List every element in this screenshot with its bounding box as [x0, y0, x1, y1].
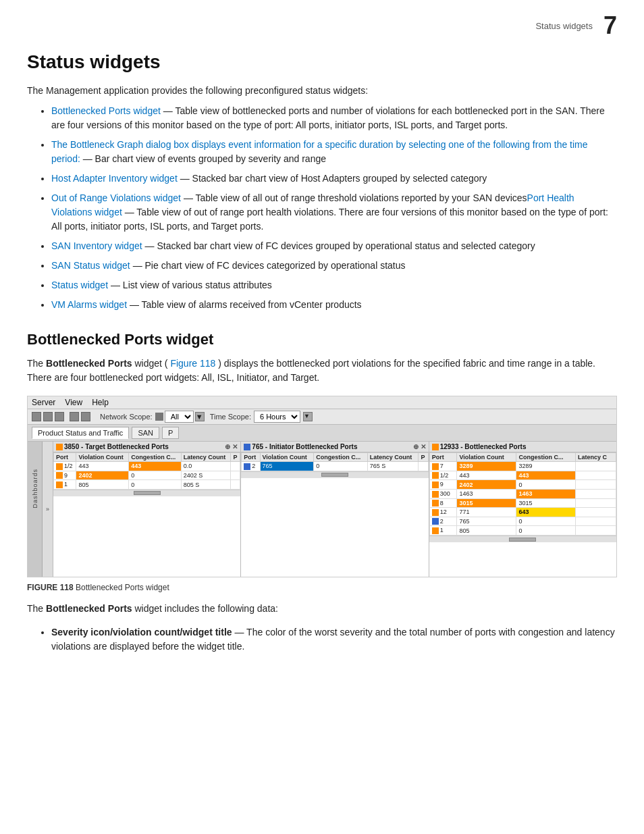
fig-content: Dashboards » 3850 - Target Bottlenecked …: [28, 442, 616, 577]
panel-3-title: 12933 - Bottlenecked Ports: [440, 443, 527, 450]
panel-1-severity-icon: [56, 444, 63, 450]
panel-3-table: Port Violation Count Congestion C... Lat…: [429, 452, 616, 536]
host-adapter-link[interactable]: Host Adapter Inventory widget: [51, 173, 178, 184]
table-row[interactable]: 9 2402 0: [429, 480, 616, 490]
pin-icon[interactable]: ⊕: [413, 443, 419, 450]
toolbar-icon-save[interactable]: [55, 412, 64, 421]
fig-sidebar: Dashboards: [28, 442, 43, 577]
bottom-bullet-list: Severity icon/violation count/widget tit…: [27, 625, 617, 654]
tab-product-status[interactable]: Product Status and Traffic: [32, 427, 129, 439]
figure-caption: FIGURE 118 Bottlenecked Ports widget: [27, 583, 617, 592]
vm-alarms-link[interactable]: VM Alarms widget: [51, 299, 127, 310]
table-row[interactable]: 1/2 443 443: [429, 471, 616, 480]
panel-3-severity-icon: [432, 444, 439, 450]
section-intro: The Bottlenecked Ports widget ( Figure 1…: [27, 357, 617, 385]
collapse-panel[interactable]: »: [43, 442, 53, 577]
col-congestion: Congestion C...: [129, 453, 181, 462]
col-violation: Violation Count: [457, 453, 516, 462]
row-icon: [432, 518, 439, 525]
panel-2-title: 765 - Initiator Bottlenecked Ports: [252, 443, 357, 450]
col-congestion: Congestion C...: [516, 453, 576, 462]
network-scope-select[interactable]: All: [165, 411, 194, 423]
col-violation: Violation Count: [260, 453, 314, 462]
row-icon: [56, 481, 63, 488]
panel-2-header: 765 - Initiator Bottlenecked Ports ⊕ ✕: [241, 442, 428, 452]
sidebar-label: Dashboards: [32, 469, 38, 509]
list-item: Bottlenecked Ports widget — Table view o…: [51, 104, 617, 132]
figure-118-link[interactable]: Figure 118: [170, 358, 215, 369]
panel-1-title: 3850 - Target Bottlenecked Ports: [64, 443, 169, 450]
toolbar-icon-print[interactable]: [70, 412, 79, 421]
col-violation: Violation Count: [76, 453, 129, 462]
scrollbar-thumb[interactable]: [134, 491, 161, 495]
menu-server[interactable]: Server: [32, 398, 55, 407]
col-port: Port: [429, 453, 457, 462]
bottom-intro: The Bottlenecked Ports widget includes t…: [27, 602, 617, 616]
panel-3-scrollbar[interactable]: [429, 536, 616, 542]
panel-initiator: 765 - Initiator Bottlenecked Ports ⊕ ✕ P…: [241, 442, 429, 577]
row-icon: [432, 491, 439, 498]
figure-label: FIGURE 118: [27, 583, 74, 592]
tab-p[interactable]: P: [162, 427, 179, 439]
bottom-list-item: Severity icon/violation count/widget tit…: [51, 625, 617, 654]
scrollbar-thumb[interactable]: [509, 538, 536, 542]
table-row[interactable]: 2 765 0: [429, 517, 616, 526]
san-inventory-link[interactable]: SAN Inventory widget: [51, 240, 142, 251]
figure-container: Server View Help Network Scope: All ▼: [27, 396, 617, 577]
row-icon: [432, 527, 439, 534]
col-congestion: Congestion C...: [314, 453, 367, 462]
figure-caption-text: Bottlenecked Ports widget: [76, 583, 169, 592]
col-port: Port: [54, 453, 76, 462]
time-scope-label: Time Scope:: [210, 413, 251, 421]
table-row[interactable]: 2 765 0 765 S: [242, 462, 428, 471]
menu-view[interactable]: View: [65, 398, 82, 407]
panel-all: 12933 - Bottlenecked Ports Port Violatio…: [429, 442, 616, 577]
table-row[interactable]: 7 3289 3289: [429, 462, 616, 471]
fig-tabs: Product Status and Traffic SAN P: [28, 425, 616, 442]
pin-icon[interactable]: ⊕: [225, 443, 230, 450]
network-scope-icon: [155, 413, 163, 421]
panel-2-icons: ⊕ ✕: [413, 443, 426, 450]
scope-arrow-icon[interactable]: ▼: [195, 412, 205, 421]
toolbar-icon-folder[interactable]: [43, 412, 53, 421]
tab-san[interactable]: SAN: [132, 427, 159, 439]
table-row[interactable]: 8 3015 3015: [429, 498, 616, 508]
page-title: Status widgets: [27, 51, 617, 73]
table-row[interactable]: 1 805 0: [429, 526, 616, 536]
table-row[interactable]: 300 1463 1463: [429, 489, 616, 498]
col-port: Port: [242, 453, 260, 462]
panel-3-header: 12933 - Bottlenecked Ports: [429, 442, 616, 452]
table-row[interactable]: 1/2 443 443 0.0: [54, 462, 240, 471]
fig-menu-bar: Server View Help: [28, 396, 616, 409]
list-item: SAN Inventory widget — Stacked bar chart…: [51, 239, 617, 253]
panel-2-severity-icon: [244, 444, 250, 450]
intro-text: The Management application provides the …: [27, 85, 617, 96]
toolbar-icon-refresh[interactable]: [81, 412, 90, 421]
panel-1-scrollbar[interactable]: [53, 490, 240, 496]
time-scope-select[interactable]: 6 Hours: [254, 411, 300, 423]
close-icon[interactable]: ✕: [232, 443, 238, 450]
row-icon: [56, 463, 63, 470]
bottom-section: The Bottlenecked Ports widget includes t…: [27, 602, 617, 654]
out-of-range-link[interactable]: Out of Range Violations widget: [51, 192, 181, 203]
toolbar-icon-search[interactable]: [32, 412, 41, 421]
scrollbar-thumb[interactable]: [321, 473, 348, 477]
bottlenecked-ports-link[interactable]: Bottlenecked Ports widget: [51, 105, 161, 116]
table-row[interactable]: 9 2402 0 2402 S: [54, 471, 240, 480]
status-widget-link[interactable]: Status widget: [51, 280, 108, 290]
row-icon: [244, 463, 250, 470]
table-row[interactable]: 1 805 0 805 S: [54, 480, 240, 490]
list-item: Host Adapter Inventory widget — Stacked …: [51, 172, 617, 186]
chapter-num: 7: [603, 14, 617, 38]
panel-1-icons: ⊕ ✕: [225, 443, 238, 450]
section-title: Bottlenecked Ports widget: [27, 331, 617, 348]
panel-2-scrollbar[interactable]: [241, 471, 428, 478]
time-scope-arrow[interactable]: ▼: [303, 412, 313, 421]
menu-help[interactable]: Help: [92, 398, 109, 407]
fig-toolbar: Network Scope: All ▼ Time Scope: 6 Hours…: [28, 409, 616, 425]
table-row[interactable]: 12 771 643: [429, 508, 616, 517]
san-status-link[interactable]: SAN Status widget: [51, 260, 130, 271]
panel-1-header: 3850 - Target Bottlenecked Ports ⊕ ✕: [53, 442, 240, 452]
list-item: Out of Range Violations widget — Table v…: [51, 191, 617, 234]
close-icon[interactable]: ✕: [421, 443, 426, 450]
